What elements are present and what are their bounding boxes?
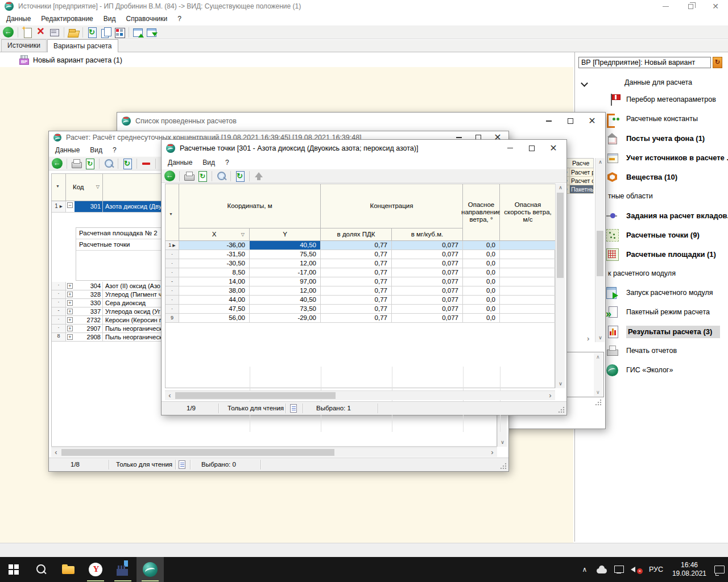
- network-icon[interactable]: [611, 557, 626, 582]
- upload-disabled-icon[interactable]: [253, 170, 265, 182]
- printer-icon[interactable]: [183, 170, 195, 182]
- pdk-cell[interactable]: 0,77: [321, 296, 392, 305]
- y-cell[interactable]: 40,50: [250, 241, 321, 250]
- resize-grip[interactable]: [557, 406, 565, 413]
- menu-item-?[interactable]: ?: [220, 156, 234, 168]
- factory-app-button[interactable]: [109, 557, 136, 582]
- speed-cell[interactable]: [500, 259, 556, 268]
- start-button[interactable]: [0, 557, 27, 582]
- refresh-icon[interactable]: [234, 170, 246, 182]
- column-select-icon[interactable]: [166, 184, 179, 241]
- rename-icon[interactable]: [48, 26, 61, 39]
- minimize-button[interactable]: [538, 113, 560, 130]
- speed-cell[interactable]: [500, 305, 556, 314]
- menu-item-данные[interactable]: Данные: [163, 156, 197, 168]
- magnifier-icon[interactable]: [102, 157, 115, 170]
- pdk-cell[interactable]: 0,77: [321, 305, 392, 314]
- expand-icon[interactable]: +: [66, 290, 75, 298]
- menu-item-вид[interactable]: Вид: [85, 144, 107, 156]
- menu-item-вид[interactable]: Вид: [197, 156, 220, 168]
- code-cell[interactable]: +2907: [66, 325, 103, 333]
- maximize-button[interactable]: [560, 113, 581, 130]
- mg-cell[interactable]: 0,077: [392, 296, 463, 305]
- memo-scrollbar[interactable]: [594, 353, 603, 396]
- y-cell[interactable]: 75,50: [250, 250, 321, 259]
- y-cell[interactable]: 40,50: [250, 296, 321, 305]
- variant-field[interactable]: ВР [Предприятие]: Новый вариант: [578, 57, 711, 68]
- coords-group-header[interactable]: Координаты, м: [179, 184, 321, 228]
- resize-grip[interactable]: [499, 462, 507, 469]
- speed-cell[interactable]: [500, 241, 556, 250]
- mg-column-header[interactable]: в мг/куб.м.: [392, 228, 463, 241]
- collapse-icon[interactable]: −: [66, 201, 75, 212]
- speed-cell[interactable]: [500, 286, 556, 296]
- code-cell[interactable]: −301: [66, 201, 103, 213]
- mg-cell[interactable]: 0,077: [392, 241, 463, 250]
- calc-hscrollbar[interactable]: [51, 447, 497, 457]
- x-cell[interactable]: 44,00: [179, 296, 250, 305]
- code-cell[interactable]: +337: [66, 307, 103, 316]
- mg-cell[interactable]: 0,077: [392, 305, 463, 314]
- back-icon[interactable]: [2, 26, 15, 39]
- x-cell[interactable]: 56,00: [179, 314, 250, 323]
- table-row[interactable]: ·8,50-17,000,770,0770,0: [166, 268, 556, 277]
- table-row[interactable]: ·47,5073,500,770,0770,0: [166, 305, 556, 314]
- x-cell[interactable]: -30,50: [179, 259, 250, 268]
- speed-cell[interactable]: [500, 250, 556, 259]
- refresh-icon[interactable]: [86, 26, 98, 39]
- x-column-header[interactable]: X▽: [179, 228, 250, 241]
- pdk-cell[interactable]: 0,77: [321, 250, 392, 259]
- menu-item-вид[interactable]: Вид: [98, 13, 121, 24]
- sidebar-item[interactable]: Перебор метеопараметров: [575, 93, 728, 107]
- points-table[interactable]: Координаты, м Концентрация Опасное напра…: [165, 184, 555, 388]
- resize-grip[interactable]: [594, 398, 602, 406]
- table-row[interactable]: 1▶-36,0040,500,770,0770,0: [166, 241, 556, 250]
- speed-cell[interactable]: [500, 314, 556, 323]
- list-table-row[interactable]: оРасчет р: [562, 168, 594, 177]
- tab-variants[interactable]: Варианты расчета: [47, 39, 118, 52]
- pdk-column-header[interactable]: в долях ПДК: [321, 228, 392, 241]
- list-hscroll-right-icon[interactable]: [585, 334, 594, 343]
- dir-cell[interactable]: 0,0: [463, 277, 500, 286]
- close-button[interactable]: ✕: [543, 140, 564, 156]
- sidebar-section-data[interactable]: Данные для расчета: [575, 77, 728, 89]
- language-indicator[interactable]: РУС: [644, 566, 668, 573]
- x-cell[interactable]: 47,50: [179, 305, 250, 314]
- expand-icon[interactable]: +: [66, 316, 75, 324]
- dir-cell[interactable]: 0,0: [463, 241, 500, 250]
- code-column-header[interactable]: Код: [66, 174, 103, 201]
- delete-icon[interactable]: [35, 26, 47, 39]
- magnifier-icon[interactable]: [215, 170, 228, 182]
- menu-item-данные[interactable]: Данные: [50, 144, 85, 156]
- close-button[interactable]: ✕: [703, 0, 728, 13]
- mg-cell[interactable]: 0,077: [392, 286, 463, 296]
- y-cell[interactable]: -17,00: [250, 268, 321, 277]
- expand-icon[interactable]: +: [66, 299, 75, 307]
- tree-row[interactable]: ВР Новый вариант расчета (1): [0, 53, 573, 67]
- code-cell[interactable]: +2732: [66, 316, 103, 325]
- x-cell[interactable]: 14,00: [179, 277, 250, 286]
- expand-icon[interactable]: +: [66, 282, 75, 290]
- back-icon[interactable]: [164, 170, 176, 182]
- minimize-button[interactable]: [653, 0, 678, 13]
- column-select-icon[interactable]: [52, 174, 66, 201]
- mg-cell[interactable]: 0,077: [392, 277, 463, 286]
- menu-item-редактирование[interactable]: Редактирование: [36, 13, 98, 24]
- list-table-row[interactable]: оПакетны: [562, 185, 594, 194]
- copy-icon[interactable]: [100, 26, 112, 39]
- pdk-cell[interactable]: 0,77: [321, 314, 392, 323]
- mg-cell[interactable]: 0,077: [392, 259, 463, 268]
- clock[interactable]: 16:46 19.08.2021: [668, 561, 711, 578]
- onedrive-cloud-icon[interactable]: [594, 557, 609, 582]
- expand-icon[interactable]: +: [66, 325, 75, 332]
- dir-cell[interactable]: 0,0: [463, 296, 500, 305]
- table-row[interactable]: ·-30,5012,000,770,0770,0: [166, 259, 556, 268]
- mg-cell[interactable]: 0,077: [392, 268, 463, 277]
- x-cell[interactable]: -36,00: [179, 241, 250, 250]
- x-cell[interactable]: 38,00: [179, 286, 250, 296]
- notification-center-icon[interactable]: [712, 557, 727, 582]
- menu-item-?[interactable]: ?: [172, 13, 187, 24]
- search-button[interactable]: [27, 557, 55, 582]
- table-row[interactable]: 956,00-29,000,770,0770,0: [166, 314, 556, 323]
- y-cell[interactable]: -29,00: [250, 314, 321, 323]
